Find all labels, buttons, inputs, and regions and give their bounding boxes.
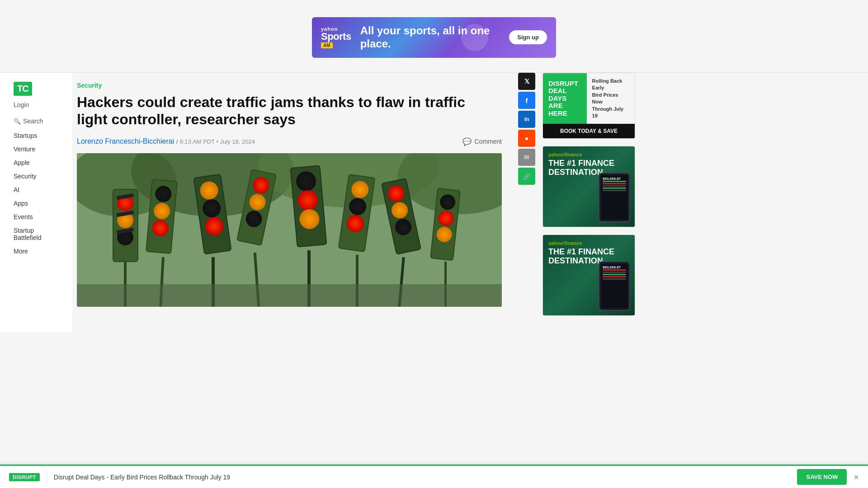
disrupt-info-section: Rolling Back Early Bird Prices Now Throu… bbox=[587, 73, 635, 124]
share-twitter-button[interactable]: 𝕏 bbox=[518, 73, 535, 90]
tc-logo-text: TC bbox=[14, 82, 32, 96]
link-icon: 🔗 bbox=[523, 173, 530, 180]
article-title: Hackers could create traffic jams thanks… bbox=[77, 94, 484, 128]
sidebar-item-ai[interactable]: AI bbox=[14, 186, 63, 193]
yahoo-finance-ad-2[interactable]: yahoo!finance THE #1 FINANCE DESTINATION… bbox=[542, 235, 635, 316]
twitter-icon: 𝕏 bbox=[524, 78, 529, 85]
yf-logo-1: yahoo!finance bbox=[548, 152, 629, 157]
yf-line-1 bbox=[603, 181, 626, 182]
share-sidebar: 𝕏 f in ● ✉ 🔗 bbox=[515, 73, 538, 332]
yf-line-4 bbox=[603, 188, 626, 189]
yf-phone-mock-2: $93,069.87 bbox=[599, 261, 630, 311]
disrupt-ad[interactable]: DISRUPT DEAL DAYS ARE HERE Rolling Back … bbox=[542, 73, 635, 139]
article-author-meta: Lorenzo Franceschi-Bicchierai / 6:13 AM … bbox=[77, 137, 255, 145]
sidebar-nav: Startups Venture Apple Security AI Apps … bbox=[14, 132, 63, 255]
sidebar-item-startups[interactable]: Startups bbox=[14, 132, 63, 139]
comment-icon: 💬 bbox=[462, 137, 472, 146]
facebook-icon: f bbox=[526, 97, 528, 104]
yf-line-7 bbox=[603, 272, 626, 273]
article-category[interactable]: Security bbox=[77, 82, 506, 89]
reddit-icon: ● bbox=[525, 135, 528, 142]
article-author-name[interactable]: Lorenzo Franceschi-Bicchierai bbox=[77, 137, 174, 145]
top-ad-area: yahoo Sports AM All your sports, all in … bbox=[0, 0, 868, 72]
article-image-svg bbox=[77, 153, 502, 307]
share-link-button[interactable]: 🔗 bbox=[518, 168, 535, 185]
yf-line-9 bbox=[603, 276, 626, 277]
yf-line-6 bbox=[603, 269, 626, 271]
yf-line-8 bbox=[603, 274, 626, 275]
am-label: AM bbox=[321, 42, 333, 48]
sports-label: Sports bbox=[321, 32, 351, 42]
article-author-separator: / bbox=[176, 138, 178, 145]
disrupt-title-line1: DISRUPT bbox=[548, 80, 581, 88]
search-icon: 🔍 bbox=[14, 118, 21, 125]
share-linkedin-button[interactable]: in bbox=[518, 111, 535, 128]
yf-phone-screen-2: $93,069.87 bbox=[601, 264, 627, 308]
disrupt-title-line3: ARE HERE bbox=[548, 102, 581, 117]
main-layout: TC Login 🔍 Search Startups Venture Apple… bbox=[0, 73, 868, 332]
article-meta: Lorenzo Franceschi-Bicchierai / 6:13 AM … bbox=[77, 137, 506, 146]
yf-phone-screen-1: $93,069.87 bbox=[601, 175, 627, 220]
sidebar-search[interactable]: 🔍 Search bbox=[14, 117, 63, 125]
sidebar: TC Login 🔍 Search Startups Venture Apple… bbox=[0, 73, 72, 332]
disrupt-title-line2: DEAL DAYS bbox=[548, 87, 581, 102]
yf-line-3 bbox=[603, 185, 626, 187]
yahoo-finance-ad-1[interactable]: yahoo!finance THE #1 FINANCE DESTINATION… bbox=[542, 146, 635, 227]
sidebar-item-apple[interactable]: Apple bbox=[14, 159, 63, 166]
ad-circle-decoration bbox=[461, 24, 488, 51]
disrupt-ad-top: DISRUPT DEAL DAYS ARE HERE Rolling Back … bbox=[543, 73, 635, 124]
article-comment-button[interactable]: 💬 Comment bbox=[462, 137, 502, 146]
sidebar-login-link[interactable]: Login bbox=[14, 101, 63, 108]
yf-price-2: $93,069.87 bbox=[603, 265, 626, 269]
article-content-area: Security Hackers could create traffic ja… bbox=[72, 73, 515, 332]
disrupt-book-button[interactable]: BOOK TODAY & SAVE bbox=[543, 124, 635, 138]
right-column: DISRUPT DEAL DAYS ARE HERE Rolling Back … bbox=[538, 73, 642, 332]
yf-phone-mock-1: $93,069.87 bbox=[599, 173, 630, 222]
sidebar-item-apps[interactable]: Apps bbox=[14, 200, 63, 207]
yf-price-1: $93,069.87 bbox=[603, 177, 626, 181]
disrupt-info-line2: Bird Prices Now bbox=[592, 92, 629, 106]
email-icon: ✉ bbox=[524, 154, 529, 161]
sidebar-item-more[interactable]: More bbox=[14, 248, 63, 255]
yf-line-5 bbox=[603, 190, 626, 191]
svg-rect-48 bbox=[77, 284, 502, 307]
yf-line-2 bbox=[603, 183, 626, 184]
share-reddit-button[interactable]: ● bbox=[518, 130, 535, 147]
sidebar-item-events[interactable]: Events bbox=[14, 213, 63, 221]
tc-logo[interactable]: TC bbox=[14, 82, 63, 96]
disrupt-green-section: DISRUPT DEAL DAYS ARE HERE bbox=[543, 73, 587, 124]
top-ad-banner[interactable]: yahoo Sports AM All your sports, all in … bbox=[312, 17, 556, 58]
article-image bbox=[77, 153, 502, 307]
sidebar-item-security[interactable]: Security bbox=[14, 173, 63, 180]
yf-logo-2: yahoo!finance bbox=[548, 240, 629, 246]
share-facebook-button[interactable]: f bbox=[518, 92, 535, 109]
search-label: Search bbox=[23, 117, 43, 125]
disrupt-info-line1: Rolling Back Early bbox=[592, 78, 629, 92]
ad-signup-button[interactable]: Sign up bbox=[509, 30, 547, 44]
sidebar-item-venture[interactable]: Venture bbox=[14, 145, 63, 153]
comment-label: Comment bbox=[474, 138, 502, 145]
sidebar-item-startup-battlefield[interactable]: Startup Battlefield bbox=[14, 227, 63, 241]
article-date: 6:13 AM PDT • July 18, 2024 bbox=[180, 138, 255, 145]
share-email-button[interactable]: ✉ bbox=[518, 149, 535, 166]
linkedin-icon: in bbox=[524, 116, 529, 122]
yahoo-sports-logo: yahoo Sports AM bbox=[321, 26, 351, 48]
disrupt-info-line3: Through July 19 bbox=[592, 106, 629, 120]
yf-line-10 bbox=[603, 278, 626, 280]
